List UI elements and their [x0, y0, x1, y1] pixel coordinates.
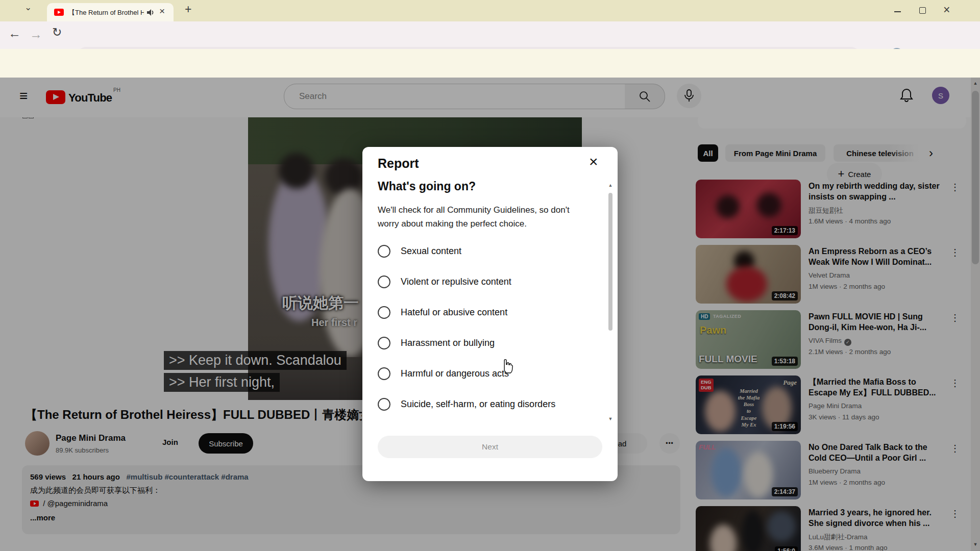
radio-icon[interactable] — [378, 306, 390, 319]
screen: ⌄ 【The Return of Brothel Hei × + × ← → ↻ — [0, 0, 980, 551]
dialog-question: What's going on? — [378, 180, 476, 193]
tab-audio-icon[interactable] — [146, 8, 155, 17]
bookmarks-bar — [0, 49, 980, 78]
reload-icon[interactable]: ↻ — [52, 27, 62, 38]
report-option-harmful[interactable]: Harmful or dangerous acts — [378, 366, 509, 381]
window-minimize-icon[interactable] — [894, 11, 901, 12]
radio-icon[interactable] — [378, 367, 390, 380]
dialog-scrollbar-thumb[interactable] — [608, 193, 612, 331]
radio-icon[interactable] — [378, 398, 390, 411]
browser-tab-bar: ⌄ 【The Return of Brothel Hei × + × — [0, 0, 980, 21]
dialog-scroll-down-icon[interactable]: ▼ — [607, 416, 614, 421]
new-tab-icon[interactable]: + — [185, 4, 191, 15]
browser-tab[interactable]: 【The Return of Brothel Hei × — [47, 3, 174, 21]
report-option-harassment[interactable]: Harassment or bullying — [378, 335, 495, 350]
tab-title: 【The Return of Brothel Hei — [68, 8, 144, 17]
tab-close-icon[interactable]: × — [159, 6, 165, 16]
browser-address-bar: ← → ↻ youtube.com/watch?v=pZ-L53zahtA ☆ … — [0, 21, 980, 49]
radio-icon[interactable] — [378, 337, 390, 349]
radio-icon[interactable] — [378, 276, 390, 288]
radio-icon[interactable] — [378, 245, 390, 258]
back-icon[interactable]: ← — [8, 27, 21, 40]
report-option-suicide[interactable]: Suicide, self-harm, or eating disorders — [378, 396, 555, 412]
window-maximize-icon[interactable] — [919, 7, 926, 14]
report-dialog: Report × What's going on? We'll check fo… — [362, 147, 618, 481]
report-option-hateful[interactable]: Hateful or abusive content — [378, 305, 507, 320]
tab-search-chevron-icon[interactable]: ⌄ — [24, 3, 32, 12]
dialog-close-icon[interactable]: × — [589, 153, 598, 170]
hand-cursor — [499, 356, 514, 373]
report-option-sexual[interactable]: Sexual content — [378, 243, 461, 259]
dialog-scroll-up-icon[interactable]: ▲ — [607, 183, 614, 188]
next-button[interactable]: Next — [378, 436, 602, 458]
report-option-violent[interactable]: Violent or repulsive content — [378, 274, 511, 289]
dialog-title: Report — [378, 156, 419, 171]
forward-icon[interactable]: → — [30, 27, 42, 42]
youtube-favicon-icon — [54, 9, 64, 16]
dialog-info: We'll check for all Community Guidelines… — [378, 203, 582, 231]
window-close-icon[interactable]: × — [943, 4, 950, 16]
